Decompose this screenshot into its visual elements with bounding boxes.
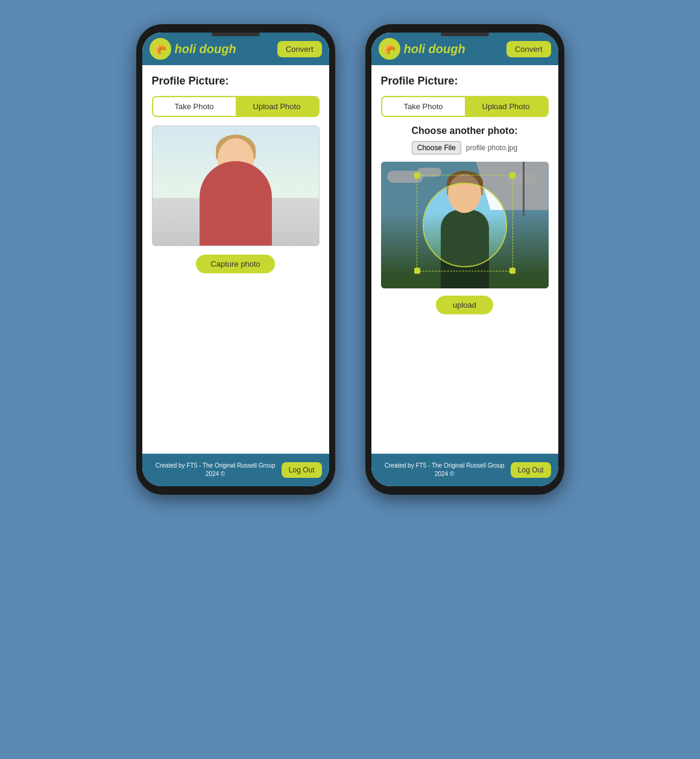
left-header: 🥐 holi dough Convert [142,33,329,65]
left-tab-take[interactable]: Take Photo [153,97,236,116]
left-convert-button[interactable]: Convert [277,41,322,57]
left-logout-button[interactable]: Log Out [282,462,322,478]
left-screen-content: Profile Picture: Take Photo Upload Photo [142,65,329,454]
photo-person-body [441,210,489,288]
right-footer-credit: Created by FT5 - The Original Russell Gr… [379,462,511,478]
right-screen-content: Profile Picture: Take Photo Upload Photo… [371,65,558,454]
left-tab-upload[interactable]: Upload Photo [236,97,318,116]
right-app-title: holi dough [404,42,465,56]
right-profile-label: Profile Picture: [381,75,549,87]
photo-person-head [448,174,481,213]
photo-person [423,168,507,288]
right-convert-button[interactable]: Convert [506,41,551,57]
left-camera-view [152,125,320,246]
left-logo-icon: 🥐 [150,38,171,60]
choose-file-button[interactable]: Choose File [412,141,461,154]
right-logout-button[interactable]: Log Out [511,462,551,478]
file-name-display: profile photo.jpg [466,144,517,152]
photo-background [381,162,549,288]
tent-pole [523,162,525,216]
choose-another-label: Choose another photo: [381,125,549,136]
left-tab-row: Take Photo Upload Photo [152,96,320,117]
file-input-row: Choose File profile photo.jpg [381,141,549,154]
upload-button[interactable]: upload [436,296,493,314]
left-app-title: holi dough [175,42,236,56]
right-tab-upload[interactable]: Upload Photo [465,97,547,116]
left-camera-feed [153,126,319,246]
right-logo-area: 🥐 holi dough [379,38,465,60]
photo-crop-area[interactable] [381,162,549,288]
right-tab-row: Take Photo Upload Photo [381,96,549,117]
left-footer: Created by FT5 - The Original Russell Gr… [142,454,329,486]
right-tab-take[interactable]: Take Photo [382,97,465,116]
capture-photo-button[interactable]: Capture photo [196,255,274,273]
right-logo-icon: 🥐 [379,38,400,60]
person-head [218,138,254,180]
person-body [209,179,263,246]
right-phone-screen: 🥐 holi dough Convert Profile Picture: Ta… [371,33,558,486]
right-phone: 🥐 holi dough Convert Profile Picture: Ta… [365,24,564,495]
right-header: 🥐 holi dough Convert [371,33,558,65]
left-phone: 🥐 holi dough Convert Profile Picture: Ta… [136,24,335,495]
phones-container: 🥐 holi dough Convert Profile Picture: Ta… [136,24,564,495]
left-footer-credit: Created by FT5 - The Original Russell Gr… [150,462,282,478]
left-profile-label: Profile Picture: [152,75,320,87]
right-footer: Created by FT5 - The Original Russell Gr… [371,454,558,486]
left-logo-area: 🥐 holi dough [150,38,236,60]
left-phone-screen: 🥐 holi dough Convert Profile Picture: Ta… [142,33,329,486]
